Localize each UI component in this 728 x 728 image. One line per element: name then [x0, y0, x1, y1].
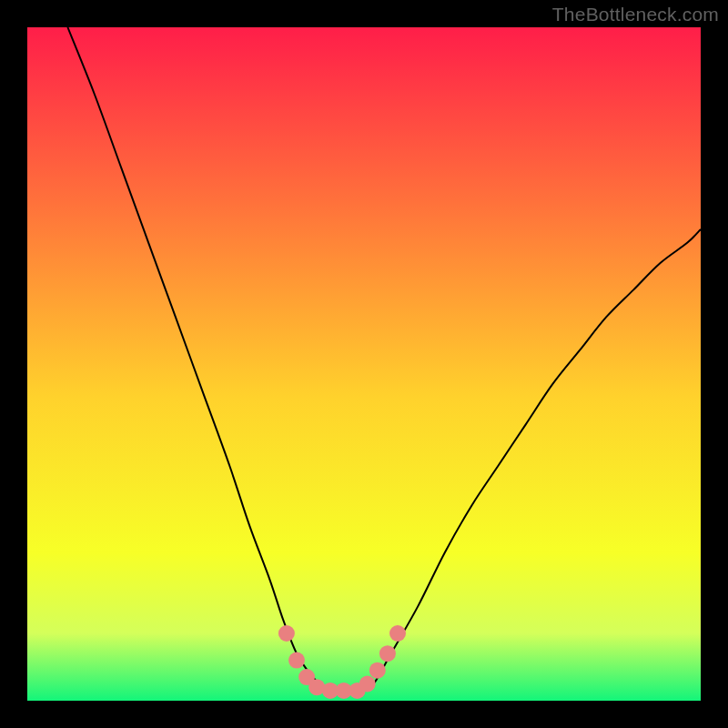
highlight-marker	[369, 662, 386, 679]
gradient-background	[27, 27, 701, 701]
watermark-text: TheBottleneck.com	[552, 4, 719, 25]
plot-svg	[27, 27, 701, 701]
plot-area	[27, 27, 701, 701]
highlight-marker	[359, 676, 376, 693]
chart-frame: TheBottleneck.com	[0, 0, 728, 728]
highlight-marker	[379, 645, 396, 662]
highlight-marker	[288, 652, 305, 669]
highlight-marker	[278, 625, 295, 642]
highlight-marker	[389, 625, 406, 642]
